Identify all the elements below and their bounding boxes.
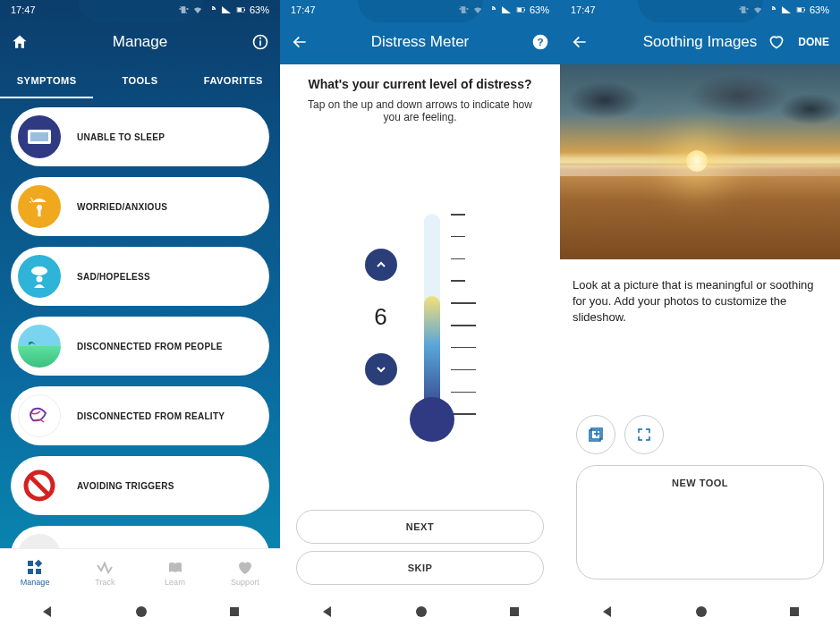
info-button[interactable]: [216, 33, 269, 51]
nav-track[interactable]: Track: [70, 549, 140, 597]
umbrella-person-icon: [18, 185, 61, 228]
signal-icon: [767, 4, 777, 15]
symptom-item[interactable]: AVOIDING TRIGGERS: [11, 456, 269, 515]
symptom-item[interactable]: DISCONNECTED FROM REALITY: [11, 386, 269, 445]
new-tool-button[interactable]: NEW TOOL: [576, 465, 824, 579]
symptom-item[interactable]: WORRIED/ANXIOUS: [11, 177, 269, 236]
svg-line-13: [30, 477, 48, 495]
app-bar: Distress Meter ?: [280, 20, 560, 64]
home-nav-icon[interactable]: [134, 605, 148, 619]
home-nav-icon[interactable]: [694, 605, 708, 619]
recent-icon[interactable]: [508, 605, 521, 618]
back-button[interactable]: [291, 33, 344, 51]
thermo-tube: [424, 214, 440, 419]
cell-icon: [501, 4, 512, 15]
battery-text: 63%: [530, 4, 549, 15]
help-icon: ?: [531, 33, 549, 51]
svg-rect-1: [237, 8, 242, 12]
back-icon[interactable]: [320, 605, 335, 619]
notch-shadow: [638, 0, 763, 22]
thermometer: [424, 214, 476, 419]
recent-icon[interactable]: [228, 605, 241, 618]
symptom-item[interactable]: DISCONNECTED FROM PEOPLE: [11, 317, 269, 376]
svg-rect-21: [517, 8, 522, 12]
pillow-icon: [18, 115, 61, 158]
home-nav-icon[interactable]: [414, 605, 428, 619]
nav-manage[interactable]: Manage: [0, 549, 70, 597]
soothing-content: Look at a picture that is meaningful or …: [560, 259, 840, 597]
tab-symptoms[interactable]: SYMPTOMS: [0, 64, 93, 98]
grid-icon: [27, 560, 43, 576]
back-icon[interactable]: [600, 605, 615, 619]
distress-question: What's your current level of distress?: [296, 77, 544, 91]
svg-point-18: [136, 606, 147, 617]
skip-button[interactable]: SKIP: [296, 551, 544, 585]
symptom-label: AVOIDING TRIGGERS: [77, 481, 174, 491]
soothing-description: Look at a picture that is meaningful or …: [573, 277, 827, 326]
svg-rect-2: [244, 9, 245, 11]
signal-icon: [207, 4, 217, 15]
fullscreen-button[interactable]: [624, 415, 664, 454]
battery-icon: [235, 4, 246, 15]
help-button[interactable]: ?: [496, 33, 549, 51]
tab-tools[interactable]: TOOLS: [93, 64, 186, 98]
cell-icon: [221, 4, 232, 15]
screen-distress-meter: 17:47 63% Distress Meter ? What's your c…: [280, 0, 560, 626]
battery-text: 63%: [250, 4, 269, 15]
decrease-button[interactable]: [365, 353, 397, 385]
svg-rect-17: [36, 569, 41, 574]
notch-shadow: [78, 0, 203, 22]
add-photo-icon: [588, 427, 604, 443]
nav-label: Track: [95, 578, 115, 587]
symptom-item[interactable]: UNABLE TO SLEEP: [11, 107, 269, 166]
symptom-label: SAD/HOPELESS: [77, 272, 150, 282]
bottom-nav: Manage Track Learn Support: [0, 548, 280, 597]
svg-rect-28: [797, 8, 802, 12]
home-button[interactable]: [11, 33, 64, 51]
beach-icon: [18, 325, 61, 368]
svg-point-11: [37, 276, 43, 283]
symptom-item[interactable]: SAD/HOPELESS: [11, 247, 269, 306]
page-title: Manage: [64, 33, 216, 51]
thermo-bulb: [410, 397, 454, 442]
recent-icon[interactable]: [788, 605, 801, 618]
favorite-button[interactable]: [768, 33, 785, 51]
tab-bar: SYMPTOMS TOOLS FAVORITES: [0, 64, 280, 98]
back-button[interactable]: [571, 33, 624, 51]
arrow-left-icon: [291, 33, 309, 51]
system-nav: [0, 597, 280, 626]
placeholder-icon: [18, 534, 61, 548]
symptom-list[interactable]: UNABLE TO SLEEP WORRIED/ANXIOUS SAD/HOPE…: [0, 98, 280, 548]
meter-controls: 6: [365, 249, 397, 385]
symptom-label: DISCONNECTED FROM PEOPLE: [77, 342, 223, 351]
no-symbol-icon: [18, 464, 61, 507]
svg-rect-26: [510, 607, 519, 616]
add-photo-button[interactable]: [576, 415, 615, 454]
tab-favorites[interactable]: FAVORITES: [187, 64, 280, 98]
symptom-label: DISCONNECTED FROM REALITY: [77, 411, 225, 421]
nav-learn[interactable]: Learn: [140, 549, 210, 597]
svg-rect-15: [35, 560, 42, 567]
cell-icon: [781, 4, 792, 15]
back-icon[interactable]: [40, 605, 55, 619]
system-nav: [560, 597, 840, 626]
distress-value: 6: [374, 303, 386, 331]
done-button[interactable]: DONE: [798, 36, 829, 48]
status-time: 17:47: [11, 4, 36, 15]
soothing-image[interactable]: [560, 64, 840, 259]
next-button[interactable]: NEXT: [296, 510, 544, 544]
app-bar: Manage: [0, 20, 280, 64]
status-time: 17:47: [291, 4, 316, 15]
battery-icon: [795, 4, 806, 15]
thermo-ticks: [451, 214, 476, 419]
nav-support[interactable]: Support: [210, 549, 280, 597]
svg-point-10: [31, 266, 47, 275]
symptom-item[interactable]: [11, 526, 269, 548]
chevron-down-icon: [376, 364, 386, 375]
increase-button[interactable]: [365, 249, 397, 281]
page-title: Distress Meter: [344, 33, 496, 51]
svg-rect-9: [38, 209, 41, 216]
signal-icon: [487, 4, 497, 15]
heart-icon: [237, 560, 253, 576]
nav-label: Support: [231, 578, 259, 587]
